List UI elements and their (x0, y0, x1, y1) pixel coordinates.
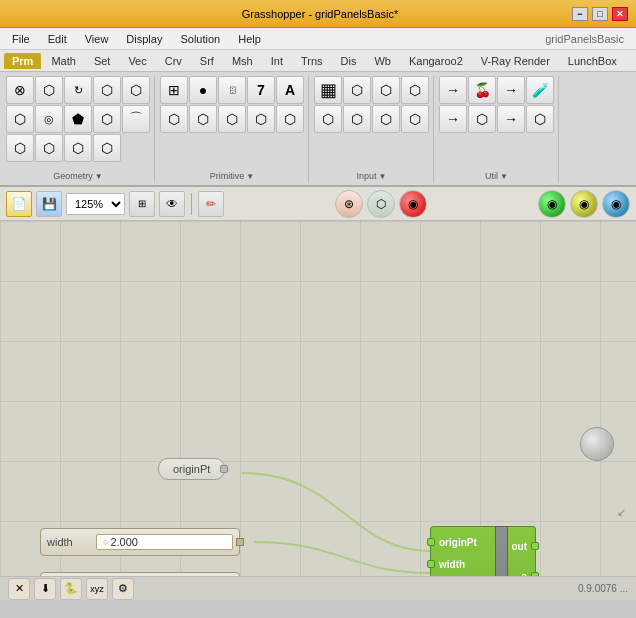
green-button[interactable]: ◉ (538, 190, 566, 218)
tab-crv[interactable]: Crv (157, 53, 190, 69)
input-group-title: Input ▼ (314, 169, 429, 183)
ribbon-btn-13[interactable]: ⬡ (64, 134, 92, 162)
tab-dis[interactable]: Dis (333, 53, 365, 69)
menu-edit[interactable]: Edit (40, 31, 75, 47)
input-btn-5[interactable]: ⬡ (314, 105, 342, 133)
bake-button[interactable]: ⊛ (335, 190, 363, 218)
width-port-right (236, 538, 244, 546)
save-button[interactable]: 💾 (36, 191, 62, 217)
prim-btn-8[interactable]: ⬡ (218, 105, 246, 133)
width-value[interactable]: ○ 2.000 (96, 534, 233, 550)
menubar: File Edit View Display Solution Help gri… (0, 28, 636, 50)
fit-button[interactable]: ⊞ (129, 191, 155, 217)
util-btn-1[interactable]: → (439, 76, 467, 104)
prim-btn-6[interactable]: ⬡ (160, 105, 188, 133)
height-slider[interactable]: height ○ 2.000 (40, 572, 240, 576)
prim-btn-10[interactable]: ⬡ (276, 105, 304, 133)
ribbon-btn-8[interactable]: ⬟ (64, 105, 92, 133)
draw-button[interactable]: ✏ (198, 191, 224, 217)
tab-math[interactable]: Math (43, 53, 83, 69)
ribbon-btn-7[interactable]: ◎ (35, 105, 63, 133)
tab-vray[interactable]: V-Ray Render (473, 53, 558, 69)
util-btn-7[interactable]: → (497, 105, 525, 133)
zoom-select[interactable]: 50% 75% 100% 125% 150% 200% (66, 193, 125, 215)
port-out[interactable] (531, 542, 539, 550)
originpt-node[interactable]: originPt (158, 458, 225, 480)
color-button[interactable]: ◉ (399, 190, 427, 218)
ribbon-btn-5[interactable]: ⬡ (122, 76, 150, 104)
python-node[interactable]: originPt width height offset numRows num… (430, 526, 535, 576)
minimize-button[interactable]: − (572, 7, 588, 21)
prim-btn-4[interactable]: 7 (247, 76, 275, 104)
ribbon-btn-12[interactable]: ⬡ (35, 134, 63, 162)
prim-btn-2[interactable]: ● (189, 76, 217, 104)
util-arrow-icon[interactable]: ▼ (500, 172, 508, 181)
menu-view[interactable]: View (77, 31, 117, 47)
ribbon-btn-1[interactable]: ⊗ (6, 76, 34, 104)
input-btn-2[interactable]: ⬡ (343, 76, 371, 104)
tab-wb[interactable]: Wb (366, 53, 399, 69)
tab-vec[interactable]: Vec (120, 53, 154, 69)
menu-solution[interactable]: Solution (172, 31, 228, 47)
ribbon-btn-4[interactable]: ⬡ (93, 76, 121, 104)
ribbon-btn-9[interactable]: ⬡ (93, 105, 121, 133)
util-btn-3[interactable]: → (497, 76, 525, 104)
new-file-button[interactable]: 📄 (6, 191, 32, 217)
view-orb[interactable] (580, 427, 614, 461)
prim-btn-9[interactable]: ⬡ (247, 105, 275, 133)
prim-btn-3[interactable]: ⌹ (218, 76, 246, 104)
input-btn-7[interactable]: ⬡ (372, 105, 400, 133)
input-btn-6[interactable]: ⬡ (343, 105, 371, 133)
util-btn-2[interactable]: 🍒 (468, 76, 496, 104)
ribbon-btn-11[interactable]: ⬡ (6, 134, 34, 162)
preview-toggle[interactable]: ⬡ (367, 190, 395, 218)
input-btn-1[interactable]: ▦ (314, 76, 342, 104)
tab-set[interactable]: Set (86, 53, 119, 69)
geometry-arrow-icon[interactable]: ▼ (95, 172, 103, 181)
tab-int[interactable]: Int (263, 53, 291, 69)
input-arrow-icon[interactable]: ▼ (379, 172, 387, 181)
ribbon-btn-2[interactable]: ⬡ (35, 76, 63, 104)
prim-btn-1[interactable]: ⊞ (160, 76, 188, 104)
tab-trns[interactable]: Trns (293, 53, 331, 69)
status-close-icon[interactable]: ✕ (8, 578, 30, 600)
primitive-label: Primitive (210, 171, 245, 181)
status-gear-icon[interactable]: ⚙ (112, 578, 134, 600)
input-btn-4[interactable]: ⬡ (401, 76, 429, 104)
eye-button[interactable]: 👁 (159, 191, 185, 217)
status-download-icon[interactable]: ⬇ (34, 578, 56, 600)
canvas[interactable]: originPt width ○ 2.000 height ○ 2.000 of… (0, 221, 636, 576)
tab-kangaroo2[interactable]: Kangaroo2 (401, 53, 471, 69)
tab-prm[interactable]: Prm (4, 53, 41, 69)
util-btn-5[interactable]: → (439, 105, 467, 133)
yellow-button[interactable]: ◉ (570, 190, 598, 218)
ribbon-btn-6[interactable]: ⬡ (6, 105, 34, 133)
tab-lunchbox[interactable]: LunchBox (560, 53, 625, 69)
prim-btn-7[interactable]: ⬡ (189, 105, 217, 133)
util-btn-8[interactable]: ⬡ (526, 105, 554, 133)
menu-file[interactable]: File (4, 31, 38, 47)
menu-help[interactable]: Help (230, 31, 269, 47)
status-python-icon[interactable]: 🐍 (60, 578, 82, 600)
port-originpt[interactable] (427, 538, 435, 546)
blue-sphere-button[interactable]: ◉ (602, 190, 630, 218)
input-btn-8[interactable]: ⬡ (401, 105, 429, 133)
primitive-arrow-icon[interactable]: ▼ (246, 172, 254, 181)
tab-msh[interactable]: Msh (224, 53, 261, 69)
util-btn-6[interactable]: ⬡ (468, 105, 496, 133)
tab-srf[interactable]: Srf (192, 53, 222, 69)
prim-btn-5[interactable]: A (276, 76, 304, 104)
ribbon-btn-10[interactable]: ⌒ (122, 105, 150, 133)
ribbon-btn-14[interactable]: ⬡ (93, 134, 121, 162)
close-button[interactable]: ✕ (612, 7, 628, 21)
util-btn-4[interactable]: 🧪 (526, 76, 554, 104)
status-xyz-icon[interactable]: xyz (86, 578, 108, 600)
ribbon-btn-3[interactable]: ↻ (64, 76, 92, 104)
port-a[interactable] (531, 572, 539, 576)
width-slider[interactable]: width ○ 2.000 (40, 528, 240, 556)
port-width[interactable] (427, 560, 435, 568)
input-btn-3[interactable]: ⬡ (372, 76, 400, 104)
menu-display[interactable]: Display (118, 31, 170, 47)
maximize-button[interactable]: □ (592, 7, 608, 21)
input-width-label: width (439, 559, 465, 570)
